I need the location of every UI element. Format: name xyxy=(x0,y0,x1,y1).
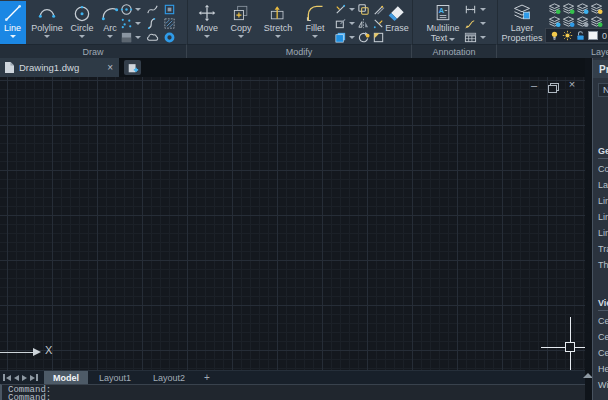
tab-drawing1[interactable]: Drawing1.dwg × xyxy=(0,58,119,77)
polyline-button[interactable]: Polyline xyxy=(27,1,67,44)
fillet-dropdown-arrow-icon[interactable] xyxy=(312,35,318,38)
layer-lock-icon[interactable] xyxy=(576,15,589,28)
property-row-linetype[interactable]: Linetype xyxy=(598,196,608,206)
layer-unisolate-icon[interactable] xyxy=(562,2,575,15)
trim-dropdown-arrow-icon[interactable] xyxy=(349,8,355,11)
rotate-icon[interactable] xyxy=(357,31,370,44)
command-prompt-line[interactable]: Command: xyxy=(8,394,585,400)
copy-icon xyxy=(231,3,251,23)
last-layout-icon[interactable] xyxy=(30,374,38,381)
scale-icon[interactable] xyxy=(334,17,347,30)
layer-freeze-icon[interactable] xyxy=(576,2,589,15)
layer-isolate-icon[interactable] xyxy=(548,2,561,15)
leader-dropdown-arrow-icon[interactable] xyxy=(480,22,486,25)
table-icon[interactable] xyxy=(464,31,477,44)
move-icon xyxy=(197,3,217,23)
layer-properties-button[interactable]: Layer Properties xyxy=(498,1,546,44)
tab-model[interactable]: Model xyxy=(44,371,88,385)
ellipse-dropdown-arrow-icon[interactable] xyxy=(135,8,141,11)
copy-button[interactable]: Copy xyxy=(224,1,258,44)
trim-icon[interactable] xyxy=(334,3,347,16)
point-dropdown-arrow-icon[interactable] xyxy=(135,22,141,25)
new-layout-button[interactable]: + xyxy=(196,372,218,383)
line-button[interactable]: Line xyxy=(0,1,26,44)
general-section-header[interactable]: General xyxy=(598,146,608,159)
layer-on-bulb-icon[interactable] xyxy=(549,30,560,41)
dimension-dropdown-arrow-icon[interactable] xyxy=(480,8,486,11)
property-row-center-y[interactable]: Center Y xyxy=(598,332,608,342)
view-section-header[interactable]: View xyxy=(598,298,608,311)
property-row-color[interactable]: Color xyxy=(598,164,608,174)
layers-panel-label: Layers xyxy=(497,44,608,58)
layer-color-swatch[interactable] xyxy=(588,31,598,40)
linear-dimension-icon[interactable] xyxy=(464,3,477,16)
restore-drawing-icon[interactable] xyxy=(547,83,559,93)
hatch-icon[interactable] xyxy=(163,17,176,30)
property-row-linetype-scale[interactable]: Linetype scale xyxy=(598,212,608,222)
drawing-canvas[interactable]: – × X xyxy=(0,77,585,370)
polyline-dropdown-arrow-icon[interactable] xyxy=(44,35,50,38)
property-row-center-x[interactable]: Center X xyxy=(598,316,608,326)
donut-icon[interactable] xyxy=(163,31,176,44)
layer-thaw-icon[interactable] xyxy=(590,15,603,28)
layer-control-dropdown[interactable]: 0 xyxy=(545,28,608,43)
layer-unlock-icon[interactable] xyxy=(575,30,586,41)
move-button[interactable]: Move xyxy=(190,1,224,44)
next-layout-icon[interactable] xyxy=(22,375,27,381)
gradient-icon[interactable] xyxy=(120,31,133,44)
mirror-icon[interactable] xyxy=(357,17,370,30)
layer-off-icon[interactable] xyxy=(590,2,603,15)
command-history-line: Command: xyxy=(8,386,585,394)
arc-dropdown-arrow-icon[interactable] xyxy=(107,35,113,38)
circle-button[interactable]: Circle xyxy=(67,1,97,44)
arc-label: Arc xyxy=(103,23,117,33)
offset-icon[interactable] xyxy=(357,3,370,16)
tab-layout1[interactable]: Layout1 xyxy=(88,371,142,385)
array-dropdown-arrow-icon[interactable] xyxy=(349,36,355,39)
gradient-dropdown-arrow-icon[interactable] xyxy=(135,36,141,39)
first-layout-icon[interactable] xyxy=(3,374,11,381)
layer-match-icon[interactable] xyxy=(562,15,575,28)
ellipse-icon[interactable] xyxy=(120,3,133,16)
new-drawing-tab-button[interactable] xyxy=(124,60,141,75)
property-row-layer[interactable]: Layer xyxy=(598,180,608,190)
layer-thaw-sun-icon[interactable] xyxy=(562,30,573,41)
multiline-text-button[interactable]: Multiline Text xyxy=(420,1,466,44)
command-window[interactable]: Command: Command: xyxy=(0,384,585,400)
layer-make-current-icon[interactable] xyxy=(548,15,561,28)
stretch-dropdown-arrow-icon[interactable] xyxy=(275,35,281,38)
erase-button[interactable]: Erase xyxy=(380,1,414,44)
scale-dropdown-arrow-icon[interactable] xyxy=(349,22,355,25)
property-row-transparency[interactable]: Transparency xyxy=(598,244,608,254)
line-dropdown-arrow-icon[interactable] xyxy=(10,35,16,38)
tab-close-icon[interactable]: × xyxy=(107,62,113,73)
tab-layout2[interactable]: Layout2 xyxy=(142,371,196,385)
cad-application-window: A xyxy=(0,0,608,400)
circle-dropdown-arrow-icon[interactable] xyxy=(79,35,85,38)
spline-cv-icon[interactable] xyxy=(146,17,159,30)
move-label: Move xyxy=(196,23,218,33)
spline-icon[interactable] xyxy=(146,3,159,16)
new-tab-icon xyxy=(127,62,139,74)
previous-layout-icon[interactable] xyxy=(14,375,19,381)
property-row-thickness[interactable]: Thickness xyxy=(598,260,608,270)
multiline-text-dropdown-arrow-icon[interactable] xyxy=(449,38,455,41)
point-icon[interactable] xyxy=(120,17,133,30)
close-drawing-icon[interactable]: × xyxy=(565,78,579,90)
leader-icon[interactable] xyxy=(464,17,477,30)
property-row-center-z[interactable]: Center Z xyxy=(598,348,608,358)
annotation-panel-label: Annotation xyxy=(412,44,497,58)
property-row-lineweight[interactable]: Lineweight xyxy=(598,228,608,238)
fillet-button[interactable]: Fillet xyxy=(298,1,332,44)
minimize-drawing-icon[interactable]: – xyxy=(527,79,541,91)
move-dropdown-arrow-icon[interactable] xyxy=(204,35,210,38)
property-row-height[interactable]: Height xyxy=(598,364,608,374)
revision-cloud-icon[interactable] xyxy=(146,31,159,44)
array-icon[interactable] xyxy=(334,31,347,44)
copy-dropdown-arrow-icon[interactable] xyxy=(238,35,244,38)
table-dropdown-arrow-icon[interactable] xyxy=(480,36,486,39)
property-row-width[interactable]: Width xyxy=(598,380,608,390)
stretch-button[interactable]: Stretch xyxy=(258,1,298,44)
selection-dropdown[interactable]: No selection xyxy=(598,83,608,97)
region-icon[interactable] xyxy=(163,3,176,16)
